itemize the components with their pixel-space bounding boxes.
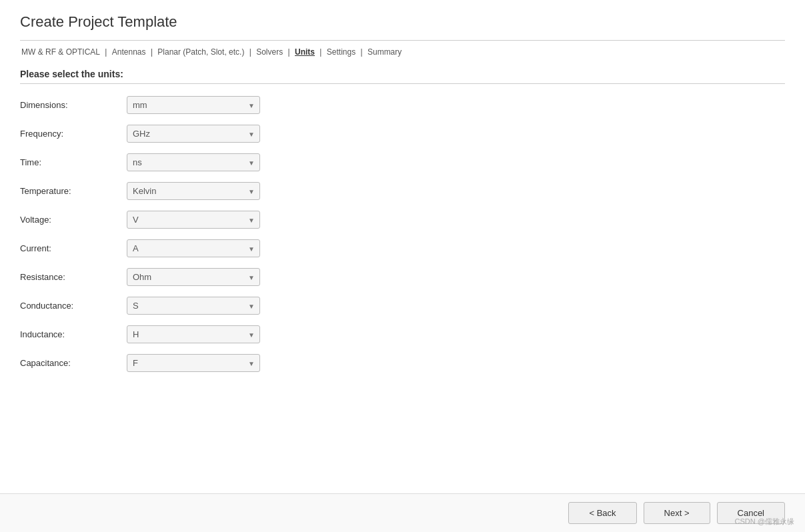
label-dimensions: Dimensions:: [20, 100, 127, 110]
select-capacitance[interactable]: FmFuFnFpFfF: [127, 354, 260, 372]
breadcrumb-item-units: Units: [295, 47, 315, 57]
select-voltage[interactable]: VmVkVuV: [127, 211, 260, 229]
form-row-conductance: Conductance:SmSuS▼: [20, 297, 785, 315]
select-frequency[interactable]: GHzMHzkHzHzTHz: [127, 125, 260, 143]
select-wrapper-capacitance: FmFuFnFpFfF▼: [127, 354, 260, 372]
select-dimensions[interactable]: mmcmmmilinftum: [127, 96, 260, 114]
select-resistance[interactable]: OhmkOhmMOhmmOhm: [127, 268, 260, 286]
form-container: Dimensions:mmcmmmilinftum▼Frequency:GHzM…: [20, 96, 785, 372]
select-wrapper-voltage: VmVkVuV▼: [127, 211, 260, 229]
form-row-inductance: Inductance:HmHuHnHpH▼: [20, 325, 785, 343]
breadcrumb-sep-6: |: [361, 47, 365, 57]
breadcrumb-item-settings: Settings: [327, 47, 355, 57]
select-time[interactable]: nspsusmss: [127, 153, 260, 171]
breadcrumb-sep-1: |: [105, 47, 109, 57]
select-wrapper-conductance: SmSuS▼: [127, 297, 260, 315]
select-wrapper-temperature: KelvinCelsiusFahrenheit▼: [127, 182, 260, 200]
back-button[interactable]: < Back: [568, 502, 636, 524]
select-temperature[interactable]: KelvinCelsiusFahrenheit: [127, 182, 260, 200]
breadcrumb-item-antennas: Antennas: [112, 47, 146, 57]
form-row-capacitance: Capacitance:FmFuFnFpFfF▼: [20, 354, 785, 372]
label-capacitance: Capacitance:: [20, 358, 127, 368]
footer-bar: < Back Next > Cancel: [0, 493, 805, 532]
breadcrumb-sep-5: |: [319, 47, 323, 57]
breadcrumb-sep-4: |: [288, 47, 292, 57]
form-row-current: Current:AmAuAkA▼: [20, 239, 785, 257]
breadcrumb-item-solvers: Solvers: [256, 47, 283, 57]
select-current[interactable]: AmAuAkA: [127, 239, 260, 257]
label-conductance: Conductance:: [20, 301, 127, 311]
label-resistance: Resistance:: [20, 272, 127, 282]
breadcrumb-item-mwrf: MW & RF & OPTICAL: [21, 47, 100, 57]
select-wrapper-frequency: GHzMHzkHzHzTHz▼: [127, 125, 260, 143]
watermark: CSDN @儒雅永缘: [735, 517, 794, 527]
form-row-temperature: Temperature:KelvinCelsiusFahrenheit▼: [20, 182, 785, 200]
label-temperature: Temperature:: [20, 186, 127, 196]
form-row-frequency: Frequency:GHzMHzkHzHzTHz▼: [20, 125, 785, 143]
section-title: Please select the units:: [20, 69, 785, 84]
form-row-time: Time:nspsusmss▼: [20, 153, 785, 171]
form-row-resistance: Resistance:OhmkOhmMOhmmOhm▼: [20, 268, 785, 286]
select-wrapper-resistance: OhmkOhmMOhmmOhm▼: [127, 268, 260, 286]
next-button[interactable]: Next >: [644, 502, 710, 524]
select-wrapper-time: nspsusmss▼: [127, 153, 260, 171]
select-wrapper-current: AmAuAkA▼: [127, 239, 260, 257]
label-inductance: Inductance:: [20, 329, 127, 339]
breadcrumb-sep-2: |: [151, 47, 155, 57]
form-row-voltage: Voltage:VmVkVuV▼: [20, 211, 785, 229]
label-time: Time:: [20, 157, 127, 167]
form-row-dimensions: Dimensions:mmcmmmilinftum▼: [20, 96, 785, 114]
breadcrumb-item-summary: Summary: [367, 47, 401, 57]
page-title: Create Project Template: [20, 13, 785, 31]
label-voltage: Voltage:: [20, 215, 127, 225]
label-frequency: Frequency:: [20, 129, 127, 139]
select-wrapper-dimensions: mmcmmmilinftum▼: [127, 96, 260, 114]
breadcrumb-sep-3: |: [249, 47, 253, 57]
select-inductance[interactable]: HmHuHnHpH: [127, 325, 260, 343]
breadcrumb: MW & RF & OPTICAL | Antennas | Planar (P…: [20, 40, 785, 57]
select-conductance[interactable]: SmSuS: [127, 297, 260, 315]
label-current: Current:: [20, 243, 127, 253]
select-wrapper-inductance: HmHuHnHpH▼: [127, 325, 260, 343]
breadcrumb-item-planar: Planar (Patch, Slot, etc.): [157, 47, 244, 57]
